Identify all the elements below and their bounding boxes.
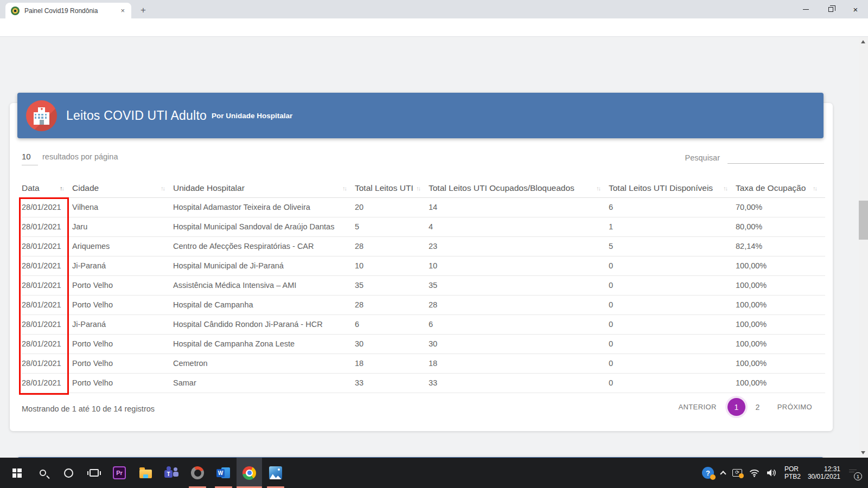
ring-app-button[interactable] — [185, 458, 210, 488]
wifi-icon[interactable] — [749, 469, 760, 477]
pagination-next-button[interactable]: PRÓXIMO — [777, 403, 812, 411]
table-cell: 4 — [429, 217, 609, 236]
search-label: Pesquisar — [685, 153, 720, 162]
table-cell: 0 — [609, 373, 736, 393]
language-indicator[interactable]: POR PTB2 — [784, 465, 801, 480]
cortana-button[interactable] — [56, 458, 81, 488]
sort-arrows-icon: ↑↓ — [342, 185, 346, 191]
chrome-button[interactable] — [237, 458, 262, 488]
column-header-label: Total Leitos UTI Ocupados/Bloqueados — [429, 183, 575, 193]
table-cell: 100,00% — [736, 295, 825, 314]
table-cell: 28/01/2021 — [22, 197, 72, 217]
table-cell: Hospital de Campanha Zona Leste — [173, 334, 355, 354]
table-row: 28/01/2021Porto VelhoHospital de Campanh… — [22, 334, 825, 354]
volume-icon[interactable] — [767, 468, 777, 477]
new-tab-button[interactable]: + — [137, 4, 150, 17]
premiere-button[interactable]: Pr — [107, 458, 132, 488]
task-view-button[interactable] — [81, 458, 106, 488]
search-input[interactable] — [727, 152, 824, 164]
help-tray-icon[interactable]: ? — [702, 467, 714, 479]
column-header[interactable]: Taxa de Ocupação↑↓ — [736, 179, 825, 197]
word-icon: W — [216, 466, 231, 479]
table-cell: 100,00% — [736, 373, 825, 393]
table-body: 28/01/2021VilhenaHospital Adamastor Teix… — [22, 197, 825, 393]
table-cell: Porto Velho — [72, 334, 173, 354]
scroll-up-icon[interactable] — [861, 40, 865, 43]
table-cell: 70,00% — [736, 197, 825, 217]
table-cell: 14 — [429, 197, 609, 217]
tray-expand-chevron-icon[interactable] — [720, 471, 726, 477]
column-header[interactable]: Data↑↓ — [22, 179, 72, 197]
file-explorer-button[interactable] — [133, 458, 158, 488]
table-row: 28/01/2021AriquemesCentro de Afecções Re… — [22, 236, 825, 256]
table-cell: 20 — [355, 197, 429, 217]
photos-icon — [269, 466, 282, 479]
uti-section-subtitle: Por Unidade Hospitalar — [212, 112, 292, 120]
window-minimize-button[interactable] — [793, 0, 818, 18]
tab-close-icon[interactable]: × — [119, 7, 126, 15]
scrollbar-thumb[interactable] — [859, 201, 868, 240]
table-cell: 0 — [609, 354, 736, 373]
column-header[interactable]: Total Leitos UTI Ocupados/Bloqueados↑↓ — [429, 179, 609, 197]
table-cell: Porto Velho — [72, 373, 173, 393]
table-cell: Assistência Médica Intensiva – AMI — [173, 275, 355, 295]
table-row: 28/01/2021Porto VelhoSamar33330100,00% — [22, 373, 825, 393]
page-scrollbar[interactable] — [859, 37, 868, 458]
table-cell: 100,00% — [736, 256, 825, 275]
pagination: ANTERIOR 12 PRÓXIMO — [678, 398, 812, 416]
action-center-button[interactable]: 1 — [847, 467, 860, 478]
photos-button[interactable] — [263, 458, 288, 488]
table-cell: Ji-Paraná — [72, 314, 173, 334]
window-restore-button[interactable] — [818, 0, 843, 18]
folder-icon — [139, 470, 152, 478]
table-cell: Vilhena — [72, 197, 173, 217]
browser-tab[interactable]: Painel Covid19 Rondônia × — [5, 3, 131, 18]
search-icon — [40, 470, 46, 476]
table-cell: 5 — [355, 217, 429, 236]
clock[interactable]: 12:31 30/01/2021 — [808, 465, 840, 480]
page-content: 10 resultados por página Pesquisar Data↑… — [0, 37, 859, 458]
table-cell: 30 — [429, 334, 609, 354]
column-header[interactable]: Unidade Hospitalar↑↓ — [173, 179, 355, 197]
pagination-page-button[interactable]: 1 — [727, 398, 745, 416]
column-header[interactable]: Cidade↑↓ — [72, 179, 173, 197]
screen-sync-icon[interactable]: ⟳ — [732, 469, 742, 477]
column-header-label: Data — [22, 183, 40, 193]
word-button[interactable]: W — [211, 458, 236, 488]
table-cell: Ji-Paraná — [72, 256, 173, 275]
chrome-icon — [242, 466, 256, 480]
table-row: 28/01/2021Porto VelhoHospital de Campanh… — [22, 295, 825, 314]
teams-button[interactable]: T — [159, 458, 184, 488]
notification-badge: 1 — [854, 472, 862, 480]
table-cell: 18 — [429, 354, 609, 373]
table-cell: Hospital Cândido Rondon Ji-Paraná - HCR — [173, 314, 355, 334]
page-size-label: resultados por página — [42, 152, 118, 161]
window-close-button[interactable]: × — [843, 0, 868, 18]
page-size-select[interactable]: 10 — [22, 152, 38, 165]
table-cell: Hospital de Campanha — [173, 295, 355, 314]
sort-arrows-icon: ↑↓ — [723, 185, 727, 191]
tab-title: Painel Covid19 Rondônia — [24, 7, 119, 15]
table-cell: 28 — [355, 236, 429, 256]
results-per-page-control: 10 resultados por página — [22, 152, 118, 165]
table-cell: 10 — [429, 256, 609, 275]
scroll-down-icon[interactable] — [861, 451, 865, 454]
table-cell: 80,00% — [736, 217, 825, 236]
table-cell: Porto Velho — [72, 275, 173, 295]
table-cell: 100,00% — [736, 314, 825, 334]
column-header[interactable]: Total Leitos UTI↑↓ — [355, 179, 429, 197]
column-header-label: Total Leitos UTI — [355, 183, 413, 193]
taskbar-search-button[interactable] — [30, 458, 55, 488]
table-cell: Porto Velho — [72, 295, 173, 314]
table-cell: Ariquemes — [72, 236, 173, 256]
table-cell: 0 — [609, 275, 736, 295]
column-header-label: Cidade — [72, 183, 99, 193]
pagination-previous-button[interactable]: ANTERIOR — [678, 403, 716, 411]
table-cell: 23 — [429, 236, 609, 256]
pagination-page-button[interactable]: 2 — [749, 398, 767, 416]
table-cell: 18 — [355, 354, 429, 373]
column-header[interactable]: Total Leitos UTI Disponíveis↑↓ — [609, 179, 736, 197]
table-row: 28/01/2021Ji-ParanáHospital Municipal de… — [22, 256, 825, 275]
start-button[interactable] — [4, 458, 29, 488]
table-cell: Porto Velho — [72, 354, 173, 373]
